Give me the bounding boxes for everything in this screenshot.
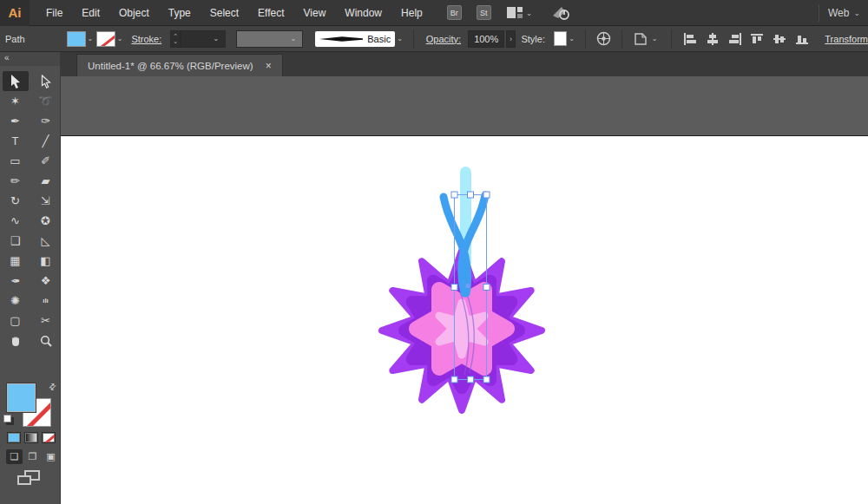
selection-type-label: Path [5, 34, 25, 44]
selection-tool[interactable] [3, 71, 29, 91]
artboard-tool[interactable]: ▢ [3, 311, 29, 331]
flower-artwork[interactable] [382, 167, 542, 410]
line-segment-tool[interactable]: ╱ [33, 131, 59, 151]
stroke-color-swatch[interactable] [96, 31, 115, 47]
draw-inside-button[interactable]: ▣ [43, 449, 59, 464]
rectangle-tool[interactable]: ▭ [3, 151, 29, 171]
workspace-switcher[interactable]: Web ⌄ [828, 7, 868, 19]
handle-mid-right[interactable] [483, 285, 490, 291]
menu-window[interactable]: Window [335, 0, 391, 26]
draw-normal-button[interactable]: ❏ [6, 449, 23, 464]
menu-effect[interactable]: Effect [248, 0, 293, 26]
align-horizontal-right-button[interactable] [728, 33, 742, 45]
scale-tool[interactable]: ⇲ [33, 191, 59, 211]
touch-workspace-button[interactable] [551, 5, 572, 21]
document-tab[interactable]: Untitled-1* @ 66.67% (RGB/Preview) × [76, 54, 283, 76]
align-horizontal-center-button[interactable] [706, 33, 720, 45]
none-button[interactable] [42, 432, 56, 443]
gradient-button[interactable] [24, 432, 38, 443]
swap-fill-stroke-icon[interactable]: ⇄ [46, 381, 58, 393]
brush-name: Basic [367, 34, 391, 44]
width-tool[interactable]: ∿ [3, 211, 29, 231]
zoom-tool[interactable] [33, 331, 59, 350]
handle-bottom-center[interactable] [468, 376, 474, 383]
fill-color-swatch[interactable] [67, 31, 85, 47]
menu-type[interactable]: Type [159, 0, 201, 26]
gradient-tool[interactable]: ◧ [33, 251, 59, 271]
chevron-down-icon[interactable]: ⌄ [397, 35, 403, 43]
stepper-down-icon[interactable]: ⌄ [173, 39, 178, 44]
eyedropper-icon: ✒ [10, 274, 20, 287]
symbol-sprayer-icon: ✺ [10, 294, 20, 307]
handle-bottom-left[interactable] [451, 376, 457, 383]
align-vertical-center-button[interactable] [773, 33, 787, 45]
document-setup-button[interactable]: ⌄ [633, 32, 661, 46]
menu-view[interactable]: View [294, 0, 336, 26]
direct-selection-tool[interactable] [33, 71, 59, 91]
stock-button[interactable]: St [477, 5, 491, 20]
column-graph-tool[interactable]: ılı [33, 291, 59, 311]
opacity-input[interactable]: 100% [468, 30, 504, 48]
brush-definition-dropdown[interactable]: Basic [315, 31, 395, 47]
bridge-button[interactable]: Br [447, 5, 462, 20]
shaper-tool[interactable]: ✏ [3, 171, 29, 191]
blend-tool[interactable]: ❖ [33, 271, 59, 291]
curvature-tool[interactable]: ✑ [33, 111, 59, 131]
chevron-down-icon[interactable]: ⌄ [88, 35, 94, 43]
gradient-icon: ◧ [40, 254, 50, 267]
graphic-style-swatch[interactable] [554, 31, 567, 46]
paintbrush-tool[interactable]: ✐ [33, 151, 59, 171]
close-icon[interactable]: × [266, 60, 272, 72]
align-vertical-bottom-button[interactable] [796, 33, 810, 45]
transform-link[interactable]: Transform [825, 34, 868, 44]
column-graph-icon: ılı [43, 297, 49, 304]
touch-workspace-icon [551, 5, 572, 21]
shape-builder-tool[interactable]: ❑ [3, 231, 29, 251]
draw-behind-button[interactable]: ❐ [24, 449, 41, 464]
color-button[interactable] [7, 432, 21, 443]
change-screen-mode-button[interactable] [17, 470, 42, 488]
eraser-tool[interactable]: ▰ [33, 171, 59, 191]
opacity-link[interactable]: Opacity: [426, 34, 461, 44]
type-icon: T [12, 134, 19, 147]
eyedropper-tool[interactable]: ✒ [3, 271, 29, 291]
menu-select[interactable]: Select [201, 0, 248, 26]
menu-object[interactable]: Object [109, 0, 159, 26]
symbol-sprayer-tool[interactable]: ✺ [3, 291, 29, 311]
chevron-down-icon[interactable]: ⌄ [117, 35, 123, 43]
handle-top-center[interactable] [468, 192, 474, 198]
control-bar: Path ⌄ ⌄ Stroke: ⌃ ⌄ ⌄ ⌄ Basic ⌄ Opacity… [0, 26, 868, 52]
default-fill-stroke-icon[interactable] [3, 415, 11, 422]
opacity-more-button[interactable]: › [506, 30, 516, 48]
slice-tool[interactable]: ✂ [33, 311, 59, 331]
puppet-warp-tool[interactable]: ✪ [33, 211, 59, 231]
type-tool[interactable]: T [3, 131, 29, 151]
stroke-panel-link[interactable]: Stroke: [131, 34, 161, 44]
handle-top-left[interactable] [451, 192, 457, 198]
menu-bar: Ai File Edit Object Type Select Effect V… [0, 0, 868, 26]
menu-edit[interactable]: Edit [72, 0, 109, 26]
handle-top-right[interactable] [483, 192, 490, 198]
hand-tool[interactable] [3, 331, 29, 350]
stroke-weight-stepper[interactable]: ⌃ ⌄ [170, 30, 181, 48]
mesh-tool[interactable]: ▦ [3, 251, 29, 271]
canvas-pasteboard[interactable] [61, 76, 868, 504]
handle-bottom-right[interactable] [483, 376, 490, 383]
arrange-documents-button[interactable]: ⌄ [507, 7, 533, 18]
align-vertical-top-button[interactable] [751, 33, 765, 45]
stroke-weight-dropdown[interactable]: ⌄ [181, 30, 226, 48]
handle-mid-left[interactable] [451, 285, 457, 291]
perspective-grid-tool[interactable]: ◺ [33, 231, 59, 251]
chevron-down-icon[interactable]: ⌄ [569, 35, 575, 43]
menu-help[interactable]: Help [391, 0, 432, 26]
magic-wand-tool[interactable]: ✶ [3, 91, 29, 111]
align-horizontal-left-button[interactable] [683, 33, 697, 45]
lasso-tool[interactable]: ➰ [33, 91, 59, 111]
pen-tool[interactable]: ✒ [3, 111, 29, 131]
menu-file[interactable]: File [36, 0, 72, 26]
direct-selection-arrow-icon [41, 75, 51, 88]
tools-panel-collapse[interactable]: « [0, 52, 60, 66]
fill-proxy-swatch[interactable] [7, 383, 36, 412]
recolor-artwork-button[interactable] [596, 31, 611, 46]
rotate-tool[interactable]: ↻ [3, 191, 29, 211]
